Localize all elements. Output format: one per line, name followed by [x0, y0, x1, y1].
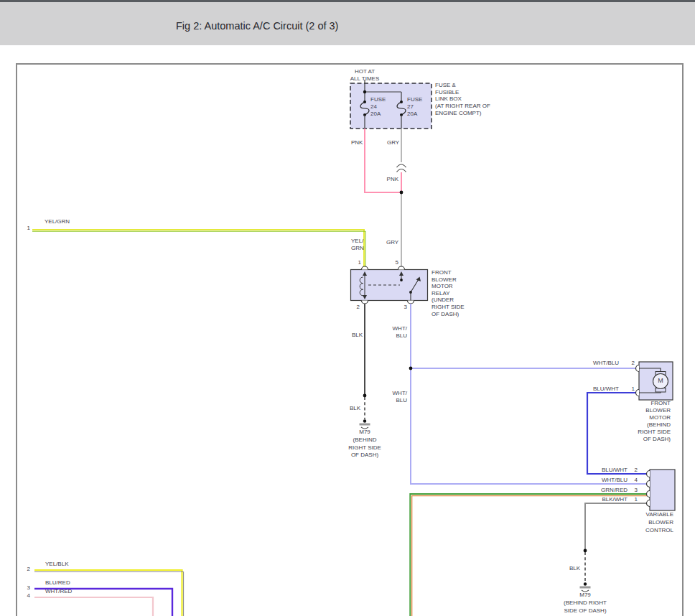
wire-wht-blu-path	[409, 304, 647, 484]
relay-pin-2: 2	[350, 304, 360, 311]
left-entry-num-1: 1	[22, 225, 30, 232]
wire-yel-grn-path	[32, 230, 365, 267]
left-entry-num-4: 4	[22, 592, 30, 599]
inline-connector-symbol	[397, 164, 406, 172]
wire-label-blk-right: BLK	[569, 565, 580, 572]
wire-label-pnk-mid: PNK	[373, 176, 398, 183]
control-pin-label-grn-red: GRN/RED	[583, 487, 628, 494]
variable-blower-control-symbol	[647, 470, 676, 510]
control-pin-label-blk-wht: BLK/WHT	[583, 496, 628, 503]
hot-at-all-times-label: HOT AT ALL TIMES	[342, 68, 388, 82]
wire-blk-path	[363, 304, 367, 419]
fuse-27-label: FUSE 27 20A	[407, 96, 422, 118]
left-entry-label-blu-red: BLU/RED	[45, 579, 70, 587]
blower-motor-symbol	[636, 362, 673, 400]
fuse-box-name: FUSE & FUSIBLE LINK BOX (AT RIGHT REAR O…	[435, 82, 490, 117]
control-pin-num-3: 3	[629, 487, 638, 494]
ground-symbol-left	[360, 419, 370, 429]
control-pin-num-2: 2	[629, 467, 638, 474]
left-entry-label-wht-red: WHT/RED	[45, 588, 72, 595]
left-entry-label-yel-grn: YEL/GRN	[45, 218, 70, 225]
left-entry-label-yel-blk: YEL/BLK	[45, 561, 68, 568]
wire-pnk-path	[365, 129, 401, 192]
circuit-wires-canvas	[0, 0, 695, 616]
motor-pin-num-2: 2	[626, 360, 635, 367]
wiring-diagram-page: Fig 2: Automatic A/C Circuit (2 of 3)	[0, 0, 695, 616]
wire-label-blk-dash: BLK	[350, 405, 360, 412]
relay-pin-1: 1	[352, 259, 361, 266]
left-entry-num-2: 2	[22, 566, 30, 573]
wire-label-wht-blu-b: WHT/ BLU	[384, 390, 407, 404]
motor-name: FRONT BLOWER MOTOR (BEHIND RIGHT SIDE OF…	[599, 400, 671, 443]
control-pin-label-blu-wht: BLU/WHT	[583, 467, 628, 474]
wire-wht-red-path	[34, 597, 153, 616]
motor-m-glyph: M	[656, 378, 666, 385]
wire-label-yel-grn-vert: YEL/ GRN	[351, 238, 364, 252]
wire-label-pnk-upper: PNK	[351, 139, 363, 146]
motor-pin-label-wht-blu: WHT/BLU	[573, 360, 619, 367]
motor-pin-num-1: 1	[626, 386, 635, 393]
control-pin-label-wht-blu: WHT/BLU	[583, 477, 628, 484]
wire-label-gry-mid: GRY	[386, 239, 398, 246]
fuse-24-label: FUSE 24 20A	[370, 96, 386, 118]
splice-dot-pnk-gry	[400, 191, 404, 195]
control-name: VARIABLE BLOWER CONTROL	[615, 510, 673, 534]
wire-label-blk-upper: BLK	[352, 332, 363, 339]
ground-right-label: M79 (BEHIND RIGHT SIDE OF DASH)	[548, 591, 622, 615]
left-entry-num-3: 3	[22, 584, 30, 592]
ground-left-label: M79 (BEHIND RIGHT SIDE OF DASH)	[329, 429, 401, 459]
control-pin-num-1: 1	[629, 496, 638, 503]
relay-pin-3: 3	[398, 304, 407, 311]
wire-label-gry-upper: GRY	[387, 139, 399, 146]
motor-pin-label-blu-wht: BLU/WHT	[573, 386, 619, 393]
control-pin-num-4: 4	[629, 477, 638, 484]
relay-symbol	[351, 266, 428, 304]
relay-name: FRONT BLOWER MOTOR RELAY (UNDER RIGHT SI…	[432, 269, 465, 317]
wire-label-wht-blu-a: WHT/ BLU	[384, 325, 407, 340]
relay-pin-5: 5	[389, 259, 398, 266]
